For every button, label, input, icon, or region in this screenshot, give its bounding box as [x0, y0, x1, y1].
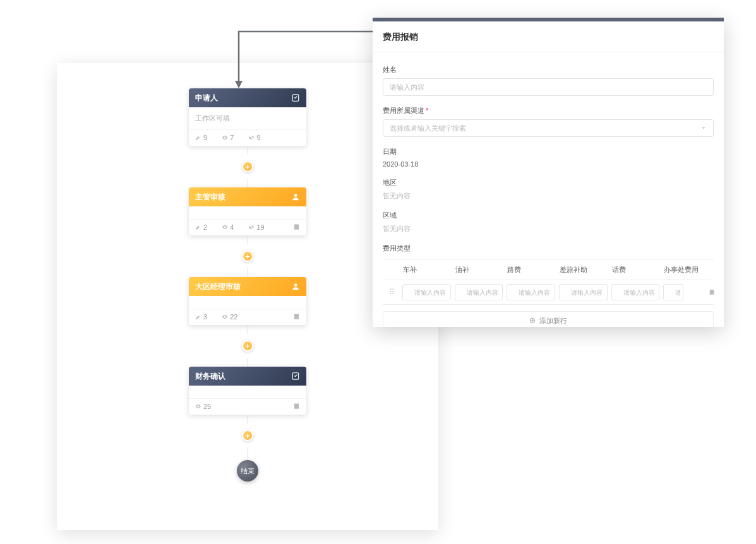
- date-value: 2020-03-18: [383, 160, 714, 168]
- col-5: 办事处费用: [661, 260, 714, 280]
- name-input[interactable]: [383, 78, 714, 96]
- eye-off-icon: [248, 134, 255, 141]
- workflow-node-supervisor[interactable]: 主管审核 2 4 19: [189, 187, 306, 235]
- person-icon: [291, 282, 300, 291]
- svg-rect-6: [294, 403, 299, 408]
- channel-label: 费用所属渠道*: [383, 106, 714, 115]
- col-1: 油补: [453, 260, 505, 280]
- svg-rect-2: [294, 224, 299, 229]
- workflow-node-applicant[interactable]: 申请人 工作区可填 9 7 9: [189, 88, 306, 146]
- eye-icon: [222, 224, 228, 230]
- node-title: 大区经理审核: [195, 281, 241, 292]
- svg-rect-13: [710, 290, 714, 295]
- form-icon: [291, 372, 300, 381]
- node-stats: 9 7 9: [195, 134, 273, 142]
- add-node-button[interactable]: [242, 161, 253, 172]
- eye-icon: [222, 134, 228, 141]
- cell-input[interactable]: [611, 284, 660, 300]
- node-stats: 3 22: [195, 313, 250, 321]
- pencil-icon: [195, 134, 201, 141]
- chevron-down-icon: [700, 125, 707, 131]
- form-icon: [291, 93, 300, 102]
- form-panel: 费用报销 姓名 费用所属渠道* 选择或者输入关键字搜索 日期 2020-03-1…: [373, 18, 724, 327]
- node-stats: 2 4 19: [195, 223, 277, 232]
- workflow-node-finance[interactable]: 财务确认 25: [189, 367, 306, 415]
- node-body: 工作区可填: [189, 107, 306, 129]
- add-node-button[interactable]: [242, 340, 253, 352]
- add-row-button[interactable]: 添加新行: [383, 311, 714, 327]
- eye-icon: [195, 403, 201, 410]
- cell-input[interactable]: [559, 284, 608, 300]
- cell-input[interactable]: [507, 284, 555, 300]
- svg-point-3: [294, 283, 297, 287]
- svg-point-1: [294, 194, 297, 197]
- pencil-icon: [195, 224, 201, 230]
- cell-input[interactable]: [402, 284, 451, 300]
- card-settings-icon[interactable]: [293, 223, 300, 232]
- node-title: 申请人: [195, 93, 218, 103]
- name-label: 姓名: [383, 65, 714, 74]
- col-0: 车补: [400, 260, 453, 280]
- add-node-button[interactable]: [242, 430, 253, 441]
- node-title: 财务确认: [195, 371, 225, 382]
- card-settings-icon[interactable]: [293, 313, 300, 321]
- add-node-button[interactable]: [242, 251, 253, 262]
- cell-input[interactable]: [455, 284, 503, 300]
- card-icon[interactable]: [709, 287, 715, 298]
- node-title: 主管审核: [195, 192, 225, 203]
- eye-off-icon: [248, 224, 255, 230]
- region-label: 地区: [383, 178, 714, 187]
- svg-rect-4: [294, 314, 299, 319]
- region-value: 暂无内容: [383, 191, 714, 201]
- cell-input[interactable]: [663, 284, 683, 300]
- type-label: 费用类型: [383, 244, 714, 253]
- area-value: 暂无内容: [383, 224, 714, 234]
- drag-handle-icon[interactable]: ⠿: [383, 288, 400, 297]
- col-4: 话费: [609, 260, 662, 280]
- expense-table: 车补 油补 路费 差旅补助 话费 办事处费用 ⠿: [383, 259, 714, 305]
- node-stats: 25: [195, 403, 224, 411]
- table-row: ⠿: [383, 280, 714, 305]
- date-label: 日期: [383, 147, 714, 157]
- eye-icon: [222, 314, 228, 320]
- card-settings-icon[interactable]: [293, 403, 300, 411]
- workflow-end-node: 结束: [237, 460, 258, 482]
- area-label: 区域: [383, 211, 714, 220]
- plus-circle-icon: [529, 317, 536, 324]
- pencil-icon: [195, 314, 201, 320]
- col-3: 差旅补助: [557, 260, 609, 280]
- col-2: 路费: [505, 260, 557, 280]
- form-title: 费用报销: [373, 21, 724, 52]
- person-icon: [291, 192, 300, 201]
- channel-select[interactable]: 选择或者输入关键字搜索: [383, 119, 714, 137]
- workflow-node-regional[interactable]: 大区经理审核 3 22: [189, 277, 306, 325]
